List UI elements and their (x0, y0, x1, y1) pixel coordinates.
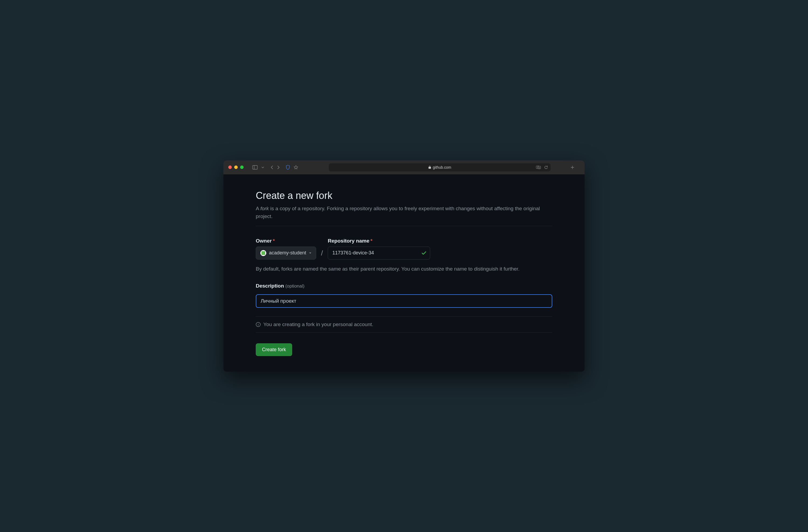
minimize-window-button[interactable] (234, 165, 238, 169)
maximize-window-button[interactable] (240, 165, 244, 169)
caret-down-icon (309, 252, 312, 254)
owner-label: Owner* (256, 238, 316, 244)
sidebar-toggle-icon[interactable] (252, 165, 258, 169)
svg-rect-0 (253, 165, 257, 169)
required-asterisk: * (370, 238, 372, 244)
repo-name-label: Repository name* (328, 238, 430, 244)
tab-dropdown-icon[interactable] (261, 167, 264, 168)
divider (256, 226, 552, 226)
svg-text:文: 文 (537, 166, 539, 168)
checkmark-icon (422, 251, 426, 255)
browser-toolbar: github.com 文A (223, 160, 585, 175)
info-icon (256, 322, 261, 327)
divider (256, 316, 552, 317)
description-input[interactable] (256, 294, 552, 308)
forward-button-icon[interactable] (277, 165, 280, 169)
bookmark-star-icon[interactable] (294, 165, 298, 169)
owner-value: academy-student (269, 250, 306, 256)
repo-name-input[interactable] (328, 246, 430, 259)
address-domain: github.com (433, 165, 451, 169)
avatar (260, 250, 266, 256)
translate-icon[interactable]: 文A (536, 165, 541, 169)
path-slash: / (318, 249, 326, 259)
lock-icon (428, 165, 431, 169)
close-window-button[interactable] (228, 165, 232, 169)
default-name-hint: By default, forks are named the same as … (256, 265, 552, 273)
svg-point-10 (258, 323, 258, 324)
shield-icon[interactable] (286, 165, 290, 170)
description-label: Description (optional) (256, 283, 552, 289)
page-title: Create a new fork (256, 190, 552, 201)
reload-icon[interactable] (544, 165, 548, 169)
browser-window: github.com 文A Create a new fork A fork i… (223, 160, 585, 372)
svg-text:A: A (539, 167, 540, 168)
new-tab-button[interactable] (571, 165, 574, 169)
back-button-icon[interactable] (271, 165, 273, 169)
divider (256, 332, 552, 333)
owner-select[interactable]: academy-student (256, 246, 316, 259)
required-asterisk: * (273, 238, 275, 244)
page-lead: A fork is a copy of a repository. Forkin… (256, 205, 552, 220)
address-bar[interactable]: github.com 文A (329, 163, 551, 171)
info-text: You are creating a fork in your personal… (263, 322, 373, 327)
traffic-lights (228, 165, 244, 169)
owner-repo-row: Owner* academy-student / Repository name… (256, 238, 552, 259)
page-content: Create a new fork A fork is a copy of a … (223, 175, 585, 372)
info-notice: You are creating a fork in your personal… (256, 322, 552, 327)
create-fork-button[interactable]: Create fork (256, 343, 292, 356)
optional-label: (optional) (286, 283, 305, 289)
